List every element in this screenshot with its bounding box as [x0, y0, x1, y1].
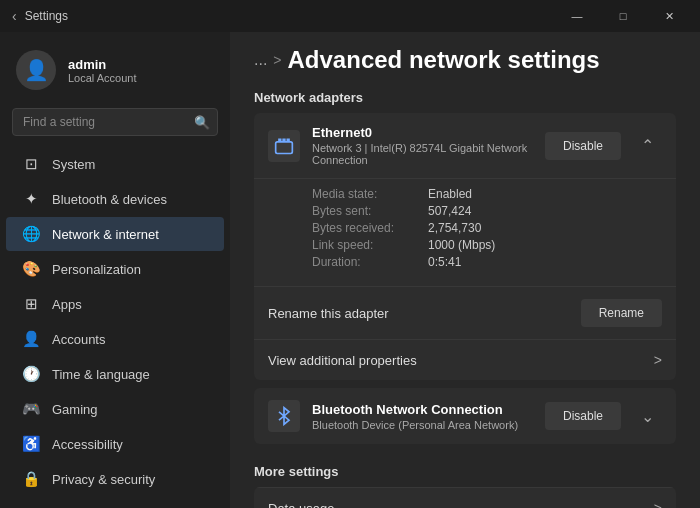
title-bar: ‹ Settings — □ ✕: [0, 0, 700, 32]
bluetooth-network-name: Bluetooth Network Connection: [312, 402, 533, 417]
user-section: 👤 admin Local Account: [0, 40, 230, 104]
apps-icon: ⊞: [22, 295, 40, 313]
ethernet0-expand-button[interactable]: ⌃: [633, 132, 662, 159]
bluetooth-network-card: Bluetooth Network Connection Bluetooth D…: [254, 388, 676, 444]
detail-row: Link speed: 1000 (Mbps): [312, 238, 660, 252]
app-body: 👤 admin Local Account 🔍 ⊡ System ✦ Bluet…: [0, 32, 700, 508]
system-icon: ⊡: [22, 155, 40, 173]
sidebar-item-update[interactable]: ⟳ Windows Update: [6, 497, 224, 508]
rename-action-label: Rename this adapter: [268, 306, 389, 321]
bytes-sent-label: Bytes sent:: [312, 204, 422, 218]
main-content: ... > Advanced network settings Network …: [230, 32, 700, 508]
bluetooth-network-expand-button[interactable]: ⌄: [633, 403, 662, 430]
ethernet0-info: Ethernet0 Network 3 | Intel(R) 82574L Gi…: [312, 125, 533, 166]
detail-row: Media state: Enabled: [312, 187, 660, 201]
view-properties-label: View additional properties: [268, 353, 417, 368]
sidebar-item-gaming[interactable]: 🎮 Gaming: [6, 392, 224, 426]
bluetooth-network-desc: Bluetooth Device (Personal Area Network): [312, 419, 533, 431]
data-usage-row[interactable]: Data usage >: [254, 487, 676, 508]
time-icon: 🕐: [22, 365, 40, 383]
search-input[interactable]: [12, 108, 218, 136]
breadcrumb-dots[interactable]: ...: [254, 51, 267, 69]
detail-row: Bytes received: 2,754,730: [312, 221, 660, 235]
sidebar-item-apps[interactable]: ⊞ Apps: [6, 287, 224, 321]
sidebar-item-accessibility[interactable]: ♿ Accessibility: [6, 427, 224, 461]
search-box: 🔍: [12, 108, 218, 136]
detail-row: Bytes sent: 507,424: [312, 204, 660, 218]
back-icon[interactable]: ‹: [12, 8, 17, 24]
sidebar-item-label: Apps: [52, 297, 82, 312]
sidebar: 👤 admin Local Account 🔍 ⊡ System ✦ Bluet…: [0, 32, 230, 508]
ethernet-icon: [268, 130, 300, 162]
gaming-icon: 🎮: [22, 400, 40, 418]
bluetooth-network-header: Bluetooth Network Connection Bluetooth D…: [254, 388, 676, 444]
bluetooth-icon: ✦: [22, 190, 40, 208]
title-bar-controls: — □ ✕: [554, 0, 692, 32]
maximize-button[interactable]: □: [600, 0, 646, 32]
duration-label: Duration:: [312, 255, 422, 269]
ethernet0-name: Ethernet0: [312, 125, 533, 140]
avatar: 👤: [16, 50, 56, 90]
ethernet0-disable-button[interactable]: Disable: [545, 132, 621, 160]
link-speed-value: 1000 (Mbps): [428, 238, 495, 252]
breadcrumb: ... > Advanced network settings: [230, 32, 700, 80]
sidebar-item-accounts[interactable]: 👤 Accounts: [6, 322, 224, 356]
sidebar-item-label: Gaming: [52, 402, 98, 417]
data-usage-card: Data usage >: [254, 487, 676, 508]
data-usage-label: Data usage: [268, 501, 335, 509]
minimize-button[interactable]: —: [554, 0, 600, 32]
sidebar-item-personalization[interactable]: 🎨 Personalization: [6, 252, 224, 286]
search-icon: 🔍: [194, 115, 210, 130]
svg-rect-0: [276, 141, 293, 153]
close-button[interactable]: ✕: [646, 0, 692, 32]
data-usage-chevron-icon: >: [654, 500, 662, 508]
media-state-value: Enabled: [428, 187, 472, 201]
sidebar-item-label: System: [52, 157, 95, 172]
sidebar-item-label: Bluetooth & devices: [52, 192, 167, 207]
chevron-right-icon: >: [654, 352, 662, 368]
ethernet0-card: Ethernet0 Network 3 | Intel(R) 82574L Gi…: [254, 113, 676, 380]
sidebar-item-label: Accounts: [52, 332, 105, 347]
view-properties-row[interactable]: View additional properties >: [254, 339, 676, 380]
rename-button[interactable]: Rename: [581, 299, 662, 327]
sidebar-item-system[interactable]: ⊡ System: [6, 147, 224, 181]
sidebar-item-label: Accessibility: [52, 437, 123, 452]
sidebar-item-label: Privacy & security: [52, 472, 155, 487]
detail-row: Duration: 0:5:41: [312, 255, 660, 269]
user-name: admin: [68, 57, 137, 72]
user-role: Local Account: [68, 72, 137, 84]
title-bar-left: ‹ Settings: [12, 8, 68, 24]
ethernet0-details: Media state: Enabled Bytes sent: 507,424…: [254, 178, 676, 286]
sidebar-item-bluetooth[interactable]: ✦ Bluetooth & devices: [6, 182, 224, 216]
bytes-received-value: 2,754,730: [428, 221, 481, 235]
sidebar-nav: ⊡ System ✦ Bluetooth & devices 🌐 Network…: [0, 146, 230, 508]
bluetooth-network-disable-button[interactable]: Disable: [545, 402, 621, 430]
rename-action-row: Rename this adapter Rename: [254, 286, 676, 339]
sidebar-item-network[interactable]: 🌐 Network & internet: [6, 217, 224, 251]
sidebar-item-label: Network & internet: [52, 227, 159, 242]
network-adapters-title: Network adapters: [230, 80, 700, 113]
title-bar-title: Settings: [25, 9, 68, 23]
duration-value: 0:5:41: [428, 255, 461, 269]
avatar-icon: 👤: [24, 58, 49, 82]
page-title: Advanced network settings: [288, 46, 600, 74]
user-info: admin Local Account: [68, 57, 137, 84]
bytes-sent-value: 507,424: [428, 204, 471, 218]
sidebar-item-label: Personalization: [52, 262, 141, 277]
media-state-label: Media state:: [312, 187, 422, 201]
ethernet0-header: Ethernet0 Network 3 | Intel(R) 82574L Gi…: [254, 113, 676, 178]
sidebar-item-label: Time & language: [52, 367, 150, 382]
ethernet0-desc: Network 3 | Intel(R) 82574L Gigabit Netw…: [312, 142, 533, 166]
privacy-icon: 🔒: [22, 470, 40, 488]
accessibility-icon: ♿: [22, 435, 40, 453]
sidebar-item-time[interactable]: 🕐 Time & language: [6, 357, 224, 391]
network-icon: 🌐: [22, 225, 40, 243]
breadcrumb-separator: >: [273, 52, 281, 68]
bluetooth-adapter-icon: [268, 400, 300, 432]
accounts-icon: 👤: [22, 330, 40, 348]
bytes-received-label: Bytes received:: [312, 221, 422, 235]
bluetooth-network-info: Bluetooth Network Connection Bluetooth D…: [312, 402, 533, 431]
link-speed-label: Link speed:: [312, 238, 422, 252]
personalization-icon: 🎨: [22, 260, 40, 278]
sidebar-item-privacy[interactable]: 🔒 Privacy & security: [6, 462, 224, 496]
